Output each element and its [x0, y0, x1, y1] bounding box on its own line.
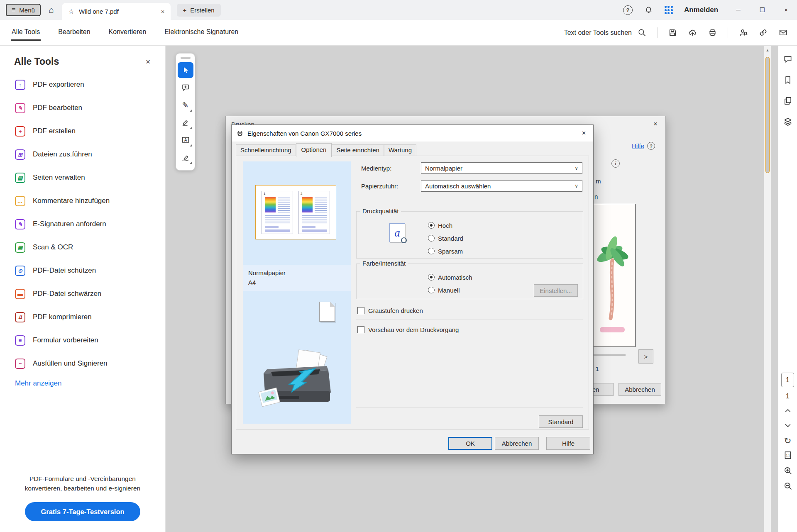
current-page-input[interactable]: 1 [781, 373, 794, 387]
canvas-scrollbar[interactable]: ▲ [764, 46, 771, 532]
medientyp-value: Normalpapier [425, 165, 462, 172]
sidebar-item-esignaturen-anfordern[interactable]: ✎E-Signaturen anfordern [0, 212, 165, 236]
help-link[interactable]: Hilfe [632, 142, 644, 149]
layers-icon[interactable] [783, 117, 793, 127]
einstellen-button[interactable]: Einstellen... [534, 284, 578, 297]
standard-button[interactable]: Standard [539, 415, 583, 428]
radio-button-icon[interactable] [428, 287, 435, 293]
home-button[interactable]: ⌂ [47, 5, 56, 15]
sidebar-item-pdf-bearbeiten[interactable]: ✎PDF bearbeiten [0, 96, 165, 120]
pen-tool-button[interactable]: ✎ [178, 97, 193, 113]
actual-size-icon[interactable]: 1:1 [783, 450, 793, 460]
sidebar-item-dateien-zusammenfuehren[interactable]: ⊞Dateien zus.führen [0, 143, 165, 166]
signature-tool-button[interactable] [178, 149, 193, 165]
comments-icon[interactable] [783, 54, 793, 64]
sidebar-item-seiten-verwalten[interactable]: ▤Seiten verwalten [0, 166, 165, 189]
graustufen-checkbox-row[interactable]: Graustufen drucken [357, 307, 423, 314]
radio-standard[interactable]: Standard [428, 234, 463, 242]
tab-konvertieren[interactable]: Konvertieren [108, 24, 147, 41]
scrollbar-thumb[interactable] [765, 57, 770, 173]
signin-button[interactable]: Anmelden [684, 6, 718, 14]
link-icon[interactable] [758, 28, 768, 37]
tab-wartung[interactable]: Wartung [384, 144, 416, 156]
sidebar-item-pdf-schwaerzen[interactable]: ▬PDF-Datei schwärzen [0, 282, 165, 305]
bookmarks-icon[interactable] [783, 75, 793, 85]
document-tab[interactable]: ☆ Wild one 7.pdf × [62, 3, 171, 20]
properties-help-button[interactable]: Hilfe [546, 437, 590, 450]
tab-elektronische-signaturen[interactable]: Elektronische Signaturen [164, 24, 239, 41]
radio-automatisch[interactable]: Automatisch [428, 273, 472, 281]
sidebar-item-kommentare-hinzufuegen[interactable]: …Kommentare hinzufügen [0, 189, 165, 212]
add-comment-tool-button[interactable] [178, 80, 193, 95]
sidebar-item-ausfuellen-signieren[interactable]: ~Ausfüllen und Signieren [0, 352, 165, 375]
apps-grid-icon[interactable] [665, 6, 673, 14]
help-icon[interactable]: ? [623, 5, 633, 15]
help-circle-icon[interactable]: ? [647, 142, 655, 150]
properties-close-icon[interactable]: × [575, 125, 593, 142]
radio-button-icon[interactable] [428, 274, 435, 281]
tab-schnelleinrichtung[interactable]: Schnelleinrichtung [236, 144, 296, 156]
radio-button-icon[interactable] [428, 222, 435, 229]
sidebar-item-pdf-exportieren[interactable]: ↑PDF exportieren [0, 73, 165, 96]
menu-button[interactable]: ≡ Menü [6, 4, 41, 16]
create-button[interactable]: + Erstellen [177, 4, 221, 17]
sidebar-item-scan-ocr[interactable]: ▣Scan & OCR [0, 236, 165, 259]
minimize-icon[interactable]: ─ [736, 6, 741, 14]
refresh-icon[interactable]: ↻ [784, 436, 792, 445]
pages-icon[interactable] [783, 96, 793, 106]
radio-button-icon[interactable] [428, 248, 435, 254]
zoom-in-icon[interactable] [783, 466, 793, 476]
sidebar-close-icon[interactable]: × [146, 57, 150, 66]
cloud-upload-icon[interactable] [688, 28, 697, 37]
sidebar-item-pdf-komprimieren[interactable]: ⇊PDF komprimieren [0, 305, 165, 329]
medientyp-dropdown[interactable]: Normalpapier ∨ [421, 162, 582, 174]
tab-bearbeiten[interactable]: Bearbeiten [57, 24, 91, 41]
person-search-icon[interactable] [738, 28, 748, 37]
radio-button-icon[interactable] [428, 235, 435, 242]
radio-manuell[interactable]: Manuell [428, 286, 460, 294]
sidebar-item-label: PDF-Datei schützen [33, 266, 96, 275]
sidebar-item-formular-vorbereiten[interactable]: ≡Formular vorbereiten [0, 329, 165, 352]
chevron-down-icon[interactable] [783, 421, 793, 431]
tab-seite-einrichten[interactable]: Seite einrichten [332, 144, 384, 156]
ok-button[interactable]: OK [448, 437, 492, 450]
text-box-tool-button[interactable]: A [178, 132, 193, 148]
footer-bar [302, 226, 315, 228]
window-close-icon[interactable]: × [784, 6, 788, 14]
highlighter-tool-button[interactable] [178, 115, 193, 130]
properties-cancel-button[interactable]: Abbrechen [495, 437, 539, 450]
chevron-down-icon: ∨ [575, 183, 578, 189]
print-help: Hilfe ? [632, 142, 655, 150]
vorschau-checkbox-row[interactable]: Vorschau vor dem Druckvorgang [357, 326, 459, 333]
scroll-up-arrow-icon[interactable]: ▲ [764, 46, 771, 52]
checkbox-icon[interactable] [357, 307, 364, 314]
papierzufuhr-dropdown[interactable]: Automatisch auswählen ∨ [421, 180, 582, 192]
bell-icon[interactable] [644, 5, 653, 15]
show-more-link[interactable]: Mehr anzeigen [0, 375, 165, 388]
checkbox-icon[interactable] [357, 326, 364, 333]
sidebar-item-pdf-schuetzen[interactable]: ⊙PDF-Datei schützen [0, 259, 165, 282]
tab-optionen[interactable]: Optionen [296, 143, 332, 157]
print-cancel-button[interactable]: Abbrechen [619, 383, 661, 396]
info-icon[interactable]: i [611, 159, 620, 168]
clipped-text-fragment: m [596, 178, 601, 185]
maximize-icon[interactable]: ☐ [760, 6, 765, 14]
print-dialog-close-icon[interactable]: × [653, 120, 658, 128]
toolbar-drag-handle[interactable] [181, 57, 191, 59]
sidebar-item-pdf-erstellen[interactable]: +PDF erstellen [0, 120, 165, 143]
select-tool-button[interactable] [178, 62, 193, 78]
save-icon[interactable] [668, 28, 677, 37]
sidebar-title: Alle Tools [14, 56, 59, 67]
print-icon[interactable] [708, 28, 717, 37]
radio-sparsam[interactable]: Sparsam [428, 247, 463, 255]
trial-button[interactable]: Gratis 7-Tage-Testversion [25, 502, 140, 521]
next-page-button[interactable]: > [638, 349, 653, 364]
tab-close-icon[interactable]: × [161, 8, 165, 15]
chevron-up-icon[interactable] [783, 405, 793, 415]
search-field[interactable]: Text oder Tools suchen [564, 28, 647, 37]
email-icon[interactable] [778, 28, 788, 37]
radio-hoch[interactable]: Hoch [428, 222, 452, 229]
flyout-corner-icon [190, 109, 192, 112]
tab-alle-tools[interactable]: Alle Tools [11, 24, 41, 41]
zoom-out-icon[interactable] [783, 481, 793, 491]
